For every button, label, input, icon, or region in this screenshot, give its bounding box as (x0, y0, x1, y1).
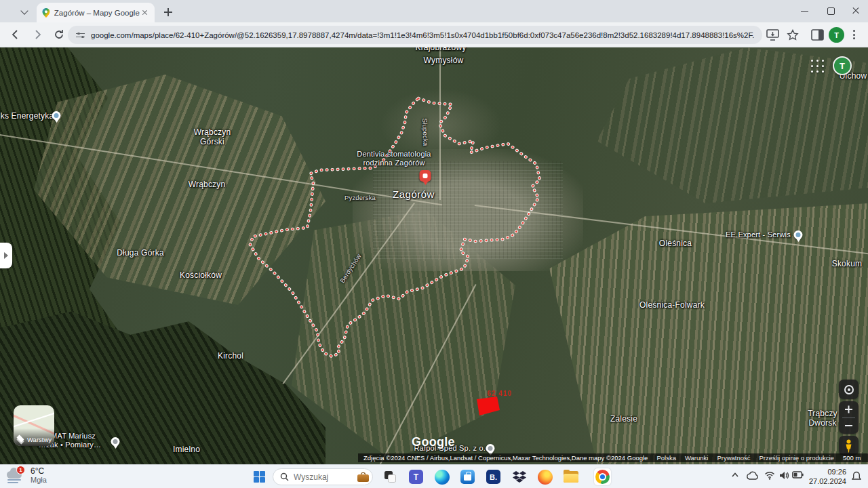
taskbar-search[interactable] (273, 468, 373, 485)
wifi-icon[interactable] (764, 471, 775, 480)
attribution-link-warunki[interactable]: Warunki (685, 454, 709, 462)
notifications-bell-icon[interactable] (852, 471, 861, 481)
map-label-zalesie[interactable]: Zalesie (610, 414, 637, 424)
profile-avatar[interactable]: T (829, 27, 844, 43)
account-avatar[interactable]: T (833, 56, 852, 75)
map-scale-label: 500 m (843, 454, 861, 462)
maps-favicon (42, 8, 50, 18)
dentivia-marker[interactable] (420, 170, 431, 182)
map-label-wymyslow[interactable]: Wymysłów (424, 56, 464, 65)
chrome-button[interactable] (594, 468, 611, 485)
bookmark-star-icon[interactable] (787, 29, 799, 41)
windows-taskbar: 1 6°C Mgła T (0, 464, 868, 488)
map-label-krajobrazowy[interactable]: Krajobrazowy (415, 47, 466, 52)
map-label-kosciolkow[interactable]: Kościołków (180, 270, 222, 280)
windows-logo-icon (254, 471, 266, 483)
window-close-icon[interactable] (851, 6, 861, 16)
rafpol-pin[interactable] (486, 444, 495, 453)
reload-icon[interactable] (53, 28, 65, 41)
task-view-button[interactable] (382, 468, 399, 485)
booking-app-button[interactable]: B. (485, 468, 502, 485)
volume-icon[interactable] (779, 471, 789, 480)
imagery-attribution: Zdjęcia ©2024 CNES / Airbus,Landsat / Co… (363, 454, 648, 462)
new-tab-button[interactable] (161, 5, 175, 19)
energetyka-pin[interactable] (52, 111, 61, 120)
tray-chevron-icon[interactable] (731, 471, 739, 479)
map-layers-button[interactable]: Warstwy (14, 405, 54, 446)
my-location-icon (844, 385, 854, 394)
microsoft-store-button[interactable] (459, 468, 476, 485)
map-label-ee-expert[interactable]: EE.Expert - Serwis (726, 230, 791, 239)
chrome-icon (595, 470, 610, 484)
map-label-kirchol[interactable]: Kirchol (218, 351, 243, 361)
plot-annotation: 62 410 (488, 390, 513, 398)
map-label-skokum[interactable]: Skokum (832, 259, 863, 268)
battery-icon[interactable] (792, 471, 804, 479)
search-input[interactable] (294, 472, 353, 482)
fog-weather-icon: 1 (5, 468, 26, 484)
side-panel-icon[interactable] (811, 29, 824, 41)
map-label-zagorow[interactable]: Zagórów (393, 188, 435, 201)
firefox-icon (538, 470, 553, 485)
dropbox-button[interactable] (511, 468, 528, 485)
screen: Zagórów – Mapy Google google.com/maps/pl… (0, 0, 868, 488)
install-icon[interactable] (766, 29, 779, 41)
attribution-link-feedback[interactable]: Prześlij opinię o produkcie (760, 454, 834, 462)
highlighted-plot (477, 396, 500, 415)
side-panel-expand-button[interactable] (0, 243, 12, 268)
map-label-trabczyn-dworski[interactable]: Trąbczy Dworsk (808, 409, 837, 428)
start-button[interactable] (251, 468, 268, 485)
weather-temperature: 6°C (31, 467, 47, 476)
browser-tab[interactable]: Zagórów – Mapy Google (37, 3, 155, 22)
browser-tabstrip: Zagórów – Mapy Google (0, 0, 868, 22)
map-label-slupecka: Słupecka (421, 118, 430, 146)
pegman-button[interactable] (839, 436, 859, 455)
attribution-link-prywatnosc[interactable]: Prywatność (717, 454, 750, 462)
edge-icon (435, 470, 450, 485)
back-icon[interactable] (9, 28, 22, 41)
clock-date: 27.02.2024 (804, 477, 846, 487)
teams-button[interactable]: T (408, 468, 425, 485)
search-icon (280, 472, 289, 481)
edge-button[interactable] (433, 468, 450, 485)
weather-condition: Mgła (31, 476, 47, 485)
map-label-dluga-gorka[interactable]: Długa Górka (117, 248, 164, 258)
map-label-wrabczyn[interactable]: Wrąbczyn (189, 180, 226, 189)
notification-badge: 1 (16, 466, 25, 474)
ee-expert-pin[interactable] (794, 230, 803, 239)
address-bar[interactable]: google.com/maps/place/62-410+Zagórów/@52… (68, 26, 762, 44)
layers-label: Warstwy (27, 436, 52, 443)
forward-icon[interactable] (31, 28, 43, 41)
window-minimize-icon[interactable] (800, 6, 810, 16)
map-label-energetyka[interactable]: ks Energetyka (1, 111, 54, 121)
map-label-imielno[interactable]: Imielno (173, 445, 200, 454)
browser-menu-icon[interactable] (853, 30, 856, 41)
url-text: google.com/maps/place/62-410+Zagórów/@52… (91, 31, 754, 39)
map-canvas[interactable]: Krajobrazowy Wymysłów ks Energetyka Wrąb… (0, 47, 868, 464)
tab-search-icon[interactable] (22, 8, 28, 15)
tab-title: Zagórów – Mapy Google (54, 9, 140, 17)
file-explorer-button[interactable] (562, 468, 579, 485)
map-label-olesnica-folwark[interactable]: Oleśnica-Folwark (639, 300, 705, 310)
attribution-link-polska[interactable]: Polska (656, 454, 676, 462)
dropbox-icon (513, 471, 526, 483)
window-maximize-icon[interactable] (826, 6, 835, 16)
teams-icon: T (409, 470, 423, 484)
zoom-divider (842, 418, 855, 418)
google-watermark: Google (412, 435, 455, 450)
map-label-olesnica[interactable]: Oleśnica (659, 239, 692, 248)
firefox-button[interactable] (536, 468, 553, 485)
site-info-icon[interactable] (76, 31, 85, 39)
widgets-button[interactable]: 1 6°C Mgła (5, 467, 47, 485)
tab-close-icon[interactable] (140, 8, 149, 18)
google-apps-grid-icon[interactable] (811, 60, 825, 73)
onedrive-icon[interactable] (746, 471, 758, 480)
browser-toolbar: google.com/maps/place/62-410+Zagórów/@52… (0, 22, 868, 47)
my-location-button[interactable] (839, 380, 859, 399)
map-label-wrabczyn-gorski[interactable]: Wrąbczyn Górski (194, 127, 231, 147)
map-attribution-bar: Zdjęcia ©2024 CNES / Airbus,Landsat / Co… (358, 453, 868, 462)
store-icon (460, 470, 475, 484)
map-label-dentivia[interactable]: Dentivia stomatologia rodzinna Zagórów (357, 150, 431, 167)
lmat-pin[interactable] (111, 437, 120, 446)
tray-clock[interactable]: 09:26 27.02.2024 (804, 468, 846, 486)
